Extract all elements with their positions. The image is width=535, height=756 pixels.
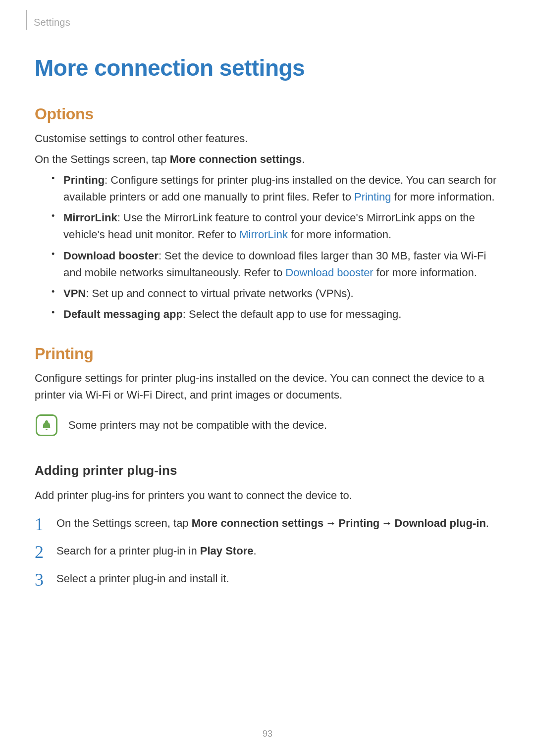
subsection-heading: Adding printer plug-ins [35,463,500,478]
item-text: : Select the default app to use for mess… [183,308,402,320]
text: Search for a printer plug-in in [56,545,200,557]
item-label: Download booster [63,250,159,262]
bold-text: Printing [338,517,379,529]
text: . [486,517,489,529]
options-instruction: On the Settings screen, tap More connect… [35,151,500,168]
item-text: : Set up and connect to virtual private … [86,287,353,300]
note-text: Some printers may not be compatible with… [68,419,327,432]
item-label: MirrorLink [63,211,117,224]
arrow-icon: → [325,517,336,529]
text: . [302,153,305,165]
arrow-icon: → [381,517,392,529]
list-item: Default messaging app: Select the defaul… [49,306,500,323]
list-item: MirrorLink: Use the MirrorLink feature t… [49,209,500,243]
step-item: Select a printer plug-in and install it. [35,570,500,587]
page-content: More connection settings Options Customi… [26,54,500,588]
note-bell-icon [36,414,57,436]
list-item: VPN: Set up and connect to virtual priva… [49,285,500,302]
options-intro: Customise settings to control other feat… [35,130,500,147]
document-page: Settings More connection settings Option… [0,0,535,756]
section-heading-printing: Printing [35,345,500,363]
text: Select a printer plug-in and install it. [56,572,229,585]
item-text: for more information. [288,228,391,241]
bold-text: More connection settings [192,517,323,529]
step-item: On the Settings screen, tap More connect… [35,515,500,532]
text: On the Settings screen, tap [35,153,170,165]
text: On the Settings screen, tap [56,517,192,529]
breadcrumb: Settings [34,17,70,28]
page-header: Settings [26,15,500,30]
item-label: Default messaging app [63,308,183,320]
bold-text: More connection settings [170,153,302,165]
item-text: for more information. [374,266,477,279]
header-divider [26,10,27,30]
cross-reference-link[interactable]: Download booster [285,266,373,279]
printing-intro: Configure settings for printer plug-ins … [35,370,500,403]
bold-text: Play Store [200,545,254,557]
step-item: Search for a printer plug-in in Play Sto… [35,543,500,559]
text: . [253,545,256,557]
section-heading-options: Options [35,105,500,123]
cross-reference-link[interactable]: MirrorLink [239,228,288,241]
item-label: Printing [63,174,105,186]
item-label: VPN [63,287,86,300]
list-item: Download booster: Set the device to down… [49,248,500,281]
list-item: Printing: Configure settings for printer… [49,172,500,205]
cross-reference-link[interactable]: Printing [354,191,391,203]
steps-list: On the Settings screen, tap More connect… [35,515,500,587]
page-title: More connection settings [35,54,500,81]
note-callout: Some printers may not be compatible with… [35,414,500,436]
page-number: 93 [0,729,535,739]
options-list: Printing: Configure settings for printer… [49,172,500,323]
item-text: for more information. [391,191,495,203]
bold-text: Download plug-in [394,517,486,529]
subsection-intro: Add printer plug-ins for printers you wa… [35,487,500,504]
